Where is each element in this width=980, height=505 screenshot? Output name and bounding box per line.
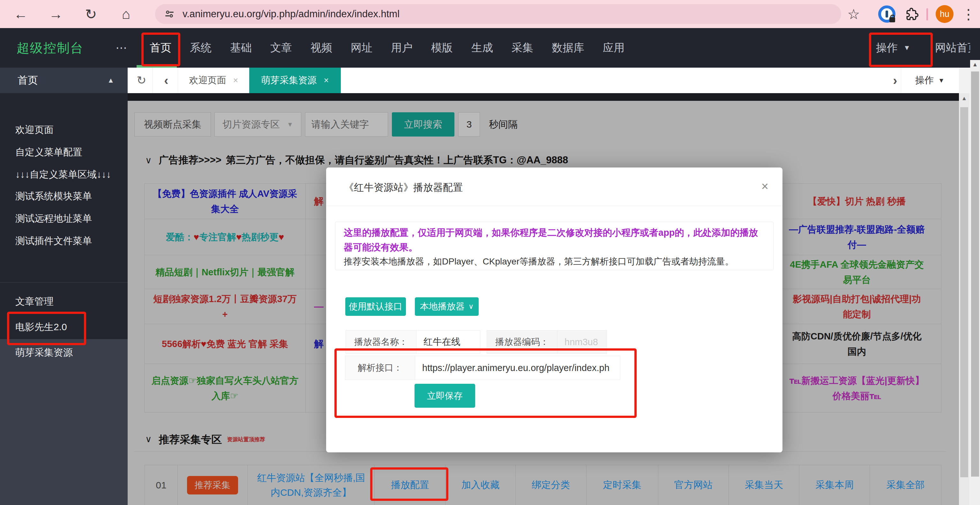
sidebar-menu: 欢迎页面 自定义菜单配置 ↓↓↓自定义菜单区域↓↓↓ 测试系统模块菜单 测试远程… (0, 93, 128, 339)
sidebar-item-mengya-collect[interactable]: 萌芽采集资源 (15, 346, 73, 359)
nav-item-database[interactable]: 数据库 (542, 28, 593, 68)
sidebar-item-custom-menu-area[interactable]: ↓↓↓自定义菜单区域↓↓↓ (15, 168, 111, 181)
nav-item-basic[interactable]: 基础 (221, 28, 261, 68)
nav-item-home[interactable]: 首页 (140, 28, 181, 68)
tab-close-icon[interactable]: × (324, 76, 329, 86)
browser-forward-icon[interactable]: → (45, 0, 67, 28)
address-bar[interactable]: v.animeryu.eu.org/vip.php/admin/index/in… (155, 4, 841, 24)
browser-menu-icon[interactable]: ⋮ (957, 0, 980, 28)
bookmark-star-icon[interactable]: ☆ (842, 0, 865, 28)
sidebar: 首页 ▲ 欢迎页面 自定义菜单配置 ↓↓↓自定义菜单区域↓↓↓ 测试系统模块菜单… (0, 68, 128, 505)
nav-item-app[interactable]: 应用 (593, 28, 634, 68)
local-player-dropdown[interactable]: 本地播放器 ∨ (415, 297, 479, 316)
player-config-modal: 《红牛资源站》播放器配置 × 这里的播放配置，仅适用于网页端，如果你程序是二次修… (326, 167, 783, 453)
nav-item-template[interactable]: 模版 (422, 28, 462, 68)
player-name-input[interactable] (423, 337, 474, 348)
player-code-field: 播放器编码： (487, 330, 607, 354)
extensions-puzzle-icon[interactable] (900, 0, 923, 28)
sidebar-item-welcome[interactable]: 欢迎页面 (15, 124, 54, 137)
nav-item-article[interactable]: 文章 (261, 28, 301, 68)
use-default-api-button[interactable]: 使用默认接口 (345, 297, 406, 316)
nav-item-collect[interactable]: 采集 (502, 28, 542, 68)
api-field: 解析接口： (345, 356, 620, 380)
sidebar-item-test-plugin-file[interactable]: 测试插件文件菜单 (15, 235, 92, 248)
sidebar-item-test-remote-address[interactable]: 测试远程地址菜单 (15, 212, 92, 225)
sidebar-section-home[interactable]: 首页 ▲ (0, 68, 128, 93)
tab-label: 欢迎页面 (189, 74, 226, 87)
tab-welcome[interactable]: 欢迎页面 × (178, 68, 250, 93)
caret-down-icon: ▼ (904, 44, 910, 52)
url-text[interactable]: v.animeryu.eu.org/vip.php/admin/index/in… (183, 8, 399, 20)
sidebar-item-article-manage[interactable]: 文章管理 (15, 295, 54, 308)
browser-chrome: ← → ↻ ⌂ v.animeryu.eu.org/vip.php/admin/… (0, 0, 980, 28)
scroll-up-icon[interactable]: ▲ (959, 95, 969, 102)
nav-more-icon[interactable]: ⋯ (116, 28, 127, 68)
tab-refresh-icon[interactable]: ↻ (130, 68, 153, 93)
tune-icon[interactable] (164, 9, 175, 19)
scroll-up-icon[interactable]: ▲ (970, 61, 980, 68)
browser-home-icon[interactable]: ⌂ (115, 0, 137, 28)
modal-close-icon[interactable]: × (761, 180, 768, 192)
player-name-field: 播放器名称： (345, 330, 480, 354)
tabs-action-label: 操作 (915, 74, 934, 87)
content-scrollbar[interactable]: ▲ (959, 93, 969, 505)
player-code-input[interactable] (564, 337, 600, 348)
keyhole-icon (886, 11, 888, 17)
app-logo: 超级控制台 (17, 28, 84, 68)
sidebar-divider (0, 282, 128, 283)
modal-notice-normal: 推荐安装本地播放器，如DPlayer、CKplayer等播放器，第三方解析接口可… (344, 255, 765, 268)
save-now-button[interactable]: 立即保存 (415, 384, 475, 408)
browser-back-icon[interactable]: ← (10, 0, 32, 28)
nav-action-dropdown[interactable]: 操作 ▼ (876, 28, 910, 68)
api-label: 解析接口： (345, 356, 415, 380)
tabs-scroll-left-icon[interactable]: ‹ (155, 68, 177, 93)
tab-strip: ↻ ‹ 欢迎页面 × 萌芽采集资源 × › 操作 ▼ (128, 68, 959, 93)
browser-reload-icon[interactable]: ↻ (80, 0, 102, 28)
modal-notice-box: 这里的播放配置，仅适用于网页端，如果你程序是二次修改对接的小程序或者app的，此… (335, 222, 773, 270)
chrome-divider (926, 8, 928, 21)
scrollbar-thumb[interactable] (971, 71, 979, 476)
chevron-down-icon: ∨ (468, 302, 474, 311)
nav-action-label: 操作 (876, 41, 898, 55)
local-player-label: 本地播放器 (420, 300, 465, 313)
tab-mengya-resources[interactable]: 萌芽采集资源 × (249, 68, 341, 93)
tab-close-icon[interactable]: × (233, 76, 239, 86)
tab-label: 萌芽采集资源 (261, 74, 317, 87)
scrollbar-cap (970, 28, 980, 60)
caret-down-icon: ▼ (938, 77, 945, 84)
sidebar-section-label: 首页 (18, 73, 38, 87)
sidebar-item-test-system-module[interactable]: 测试系统模块菜单 (15, 190, 92, 203)
sidebar-item-movie-mister[interactable]: 电影先生2.0 (15, 321, 67, 334)
page-scrollbar[interactable]: ▲ (970, 28, 980, 505)
scrollbar-thumb[interactable] (960, 107, 968, 477)
nav-item-generate[interactable]: 生成 (462, 28, 502, 68)
top-nav: 首页 系统 基础 文章 视频 网址 用户 模版 生成 采集 数据库 应用 (140, 28, 634, 68)
app-navbar: 超级控制台 ⋯ 首页 系统 基础 文章 视频 网址 用户 模版 生成 采集 数据… (0, 28, 980, 68)
chevron-up-icon: ▲ (107, 76, 114, 84)
tab-separator (153, 68, 153, 93)
nav-item-user[interactable]: 用户 (382, 28, 422, 68)
modal-divider (326, 206, 783, 206)
active-nav-underline (137, 65, 177, 68)
player-code-label: 播放器编码： (487, 330, 557, 354)
player-name-label: 播放器名称： (345, 330, 417, 354)
nav-item-video[interactable]: 视频 (301, 28, 342, 68)
password-manager-extension-icon[interactable] (878, 5, 896, 23)
browser-profile-avatar[interactable]: hu (935, 5, 953, 23)
modal-notice-strong: 这里的播放配置，仅适用于网页端，如果你程序是二次修改对接的小程序或者app的，此… (344, 225, 765, 254)
nav-item-url[interactable]: 网址 (342, 28, 382, 68)
modal-title: 《红牛资源站》播放器配置 (344, 181, 463, 194)
api-input[interactable] (422, 362, 614, 373)
screen: ← → ↻ ⌂ v.animeryu.eu.org/vip.php/admin/… (0, 0, 980, 505)
sidebar-item-custom-menu-config[interactable]: 自定义菜单配置 (15, 146, 82, 159)
tabs-action-dropdown[interactable]: 操作 ▼ (901, 68, 959, 93)
lock-icon (889, 17, 895, 22)
nav-item-system[interactable]: 系统 (181, 28, 221, 68)
